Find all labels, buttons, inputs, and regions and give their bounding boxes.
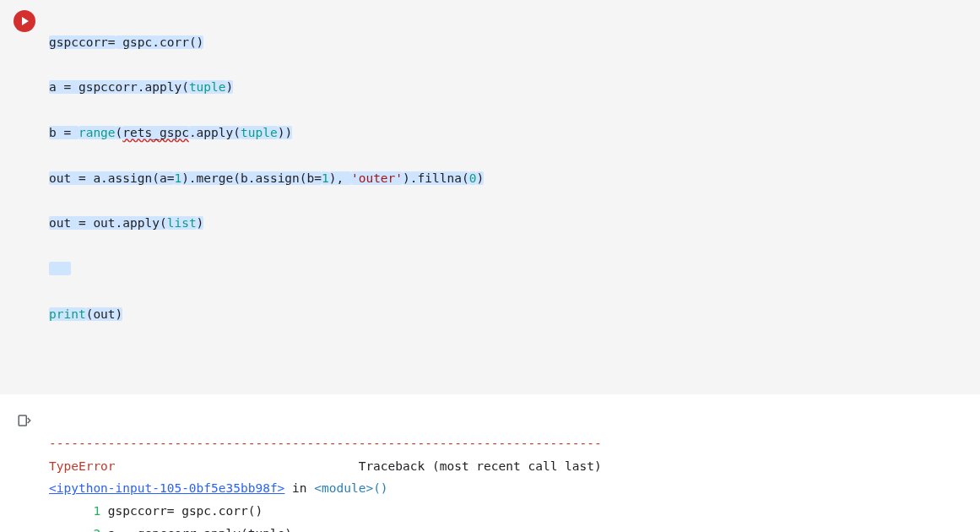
code-line: [49, 258, 963, 280]
notebook-cell: gspccorr= gspc.corr() a = gspccorr.apply…: [0, 0, 980, 532]
code-cell: gspccorr= gspc.corr() a = gspccorr.apply…: [0, 0, 980, 394]
traceback-line: 2 a = gspccorr.apply(tuple): [49, 527, 292, 532]
svg-marker-0: [22, 17, 29, 25]
code-line: gspccorr= gspc.corr(): [49, 31, 963, 54]
code-line: a = gspccorr.apply(tuple): [49, 76, 963, 99]
code-line: b = range(rets_gspc.apply(tuple)): [49, 122, 963, 144]
exception-name: TypeError: [49, 459, 116, 473]
ipython-input-link[interactable]: <ipython-input-105-0bf5e35bb98f>: [49, 481, 284, 495]
code-editor[interactable]: gspccorr= gspc.corr() a = gspccorr.apply…: [49, 8, 980, 371]
code-line: out = out.apply(list): [49, 212, 963, 235]
run-button-gutter: [0, 8, 49, 32]
output-content: ----------------------------------------…: [49, 410, 980, 532]
traceback-line: 1 gspccorr= gspc.corr(): [49, 504, 263, 518]
play-icon: [19, 15, 30, 27]
output-gutter: [0, 410, 49, 428]
code-line: out = a.assign(a=1).merge(b.assign(b=1),…: [49, 167, 963, 190]
run-button[interactable]: [14, 10, 35, 32]
output-cell: ----------------------------------------…: [0, 394, 980, 532]
output-toggle-icon[interactable]: [17, 413, 32, 428]
svg-rect-1: [19, 415, 26, 426]
traceback-label: Traceback (most recent call last): [116, 459, 602, 473]
traceback-divider: ----------------------------------------…: [49, 437, 602, 450]
code-line: print(out): [49, 303, 963, 326]
